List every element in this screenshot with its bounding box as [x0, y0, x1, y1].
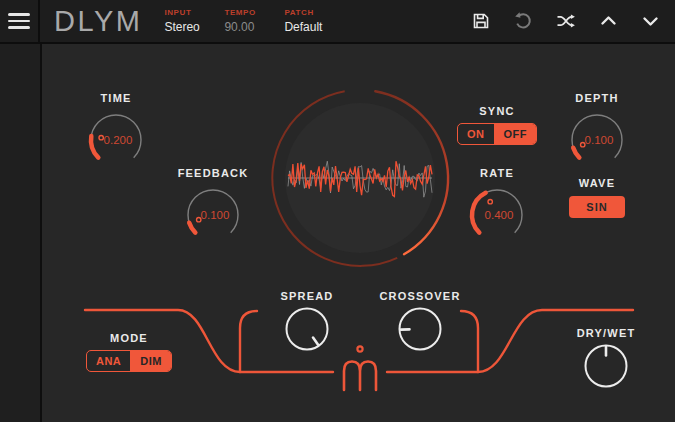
drywet-knob[interactable]: DRY/WET	[561, 327, 651, 391]
depth-knob[interactable]: DEPTH 0.100	[552, 92, 642, 170]
tempo-field[interactable]: TEMPO 90.00	[224, 8, 260, 34]
patch-value: Default	[284, 20, 322, 34]
input-value: Stereo	[164, 20, 200, 34]
menu-button[interactable]	[0, 0, 40, 42]
next-patch-button[interactable]	[639, 10, 662, 32]
crossover-knob[interactable]: CROSSOVER	[375, 290, 465, 354]
previous-patch-button[interactable]	[597, 10, 620, 32]
tempo-value: 90.00	[224, 20, 260, 34]
depth-knob-label: DEPTH	[552, 92, 642, 104]
mode-control: MODE ANA DIM	[84, 332, 174, 372]
spread-knob-label: SPREAD	[262, 290, 352, 302]
undo-button[interactable]	[511, 9, 535, 33]
feedback-knob-label: FEEDBACK	[168, 167, 258, 179]
wave-label: WAVE	[552, 177, 642, 189]
mode-dim-option[interactable]: DIM	[130, 351, 171, 371]
sync-label: SYNC	[452, 105, 542, 117]
app-title: DLYM	[54, 5, 142, 38]
svg-text:0.400: 0.400	[485, 209, 514, 221]
time-knob-label: TIME	[71, 92, 161, 104]
rate-knob-label: RATE	[452, 167, 542, 179]
mode-ana-option[interactable]: ANA	[87, 351, 130, 371]
waveform-display	[285, 103, 435, 253]
header-toolbar	[470, 9, 675, 33]
input-label: INPUT	[164, 8, 200, 17]
left-sidebar-strip	[0, 44, 42, 422]
sync-control: SYNC ON OFF	[452, 105, 542, 145]
patch-label: PATCH	[284, 8, 322, 17]
header-bar: DLYM INPUT Stereo TEMPO 90.00 PATCH Defa…	[0, 0, 675, 44]
svg-text:0.100: 0.100	[585, 134, 614, 146]
save-button[interactable]	[470, 10, 492, 32]
undo-icon	[513, 11, 533, 31]
dlym-plugin-window: DLYM INPUT Stereo TEMPO 90.00 PATCH Defa…	[0, 0, 675, 422]
mode-label: MODE	[84, 332, 174, 344]
randomize-button[interactable]	[554, 10, 578, 32]
wave-select-button[interactable]: SIN	[569, 196, 624, 218]
shuffle-icon	[556, 12, 576, 30]
rate-knob[interactable]: RATE 0.400	[452, 167, 542, 245]
tempo-label: TEMPO	[224, 8, 260, 17]
sync-on-option[interactable]: ON	[458, 124, 494, 144]
spread-knob[interactable]: SPREAD	[262, 290, 352, 354]
svg-text:0.100: 0.100	[201, 209, 230, 221]
time-knob[interactable]: TIME 0.200	[71, 92, 161, 170]
crossover-knob-label: CROSSOVER	[375, 290, 465, 302]
sync-toggle[interactable]: ON OFF	[457, 123, 537, 145]
hamburger-icon	[8, 13, 30, 16]
patch-field[interactable]: PATCH Default	[284, 8, 322, 34]
sync-off-option[interactable]: OFF	[494, 124, 537, 144]
header-fields: INPUT Stereo TEMPO 90.00 PATCH Default	[164, 8, 322, 34]
wave-control: WAVE SIN	[552, 177, 642, 218]
save-icon	[472, 12, 490, 30]
input-field[interactable]: INPUT Stereo	[164, 8, 200, 34]
svg-text:0.200: 0.200	[104, 134, 133, 146]
chevron-down-icon	[641, 12, 660, 30]
mode-toggle[interactable]: ANA DIM	[86, 350, 172, 372]
chevron-up-icon	[599, 12, 618, 30]
drywet-knob-label: DRY/WET	[561, 327, 651, 339]
feedback-knob[interactable]: FEEDBACK 0.100	[168, 167, 258, 245]
